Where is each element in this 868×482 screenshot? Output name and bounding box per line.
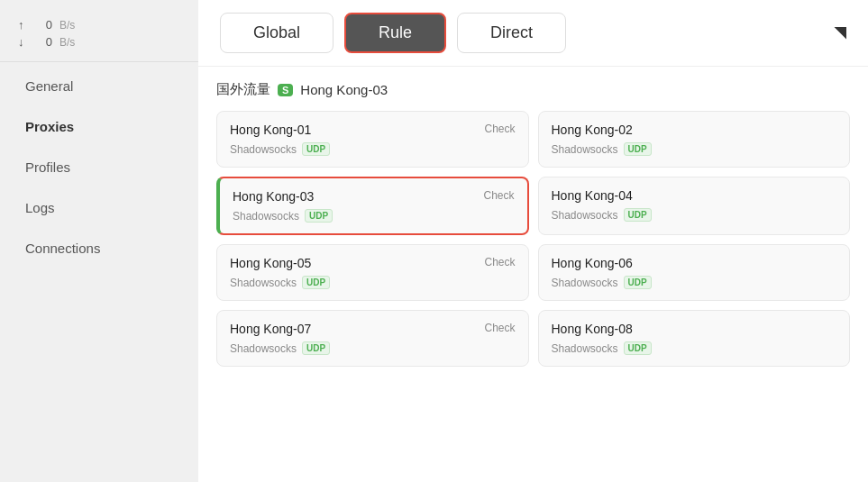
- proxy-name-hk07: Hong Kong-07: [230, 322, 311, 336]
- sidebar-divider: [0, 61, 198, 62]
- mode-tab-direct[interactable]: Direct: [457, 13, 566, 53]
- proxy-name-hk04: Hong Kong-04: [552, 188, 633, 203]
- proxy-name-hk01: Hong Kong-01: [230, 123, 311, 137]
- main-content: GlobalRuleDirect 国外流量 S Hong Kong-03 Hon…: [198, 0, 868, 482]
- sidebar-item-profiles[interactable]: Profiles: [7, 147, 191, 187]
- proxy-type-hk06: Shadowsocks: [552, 277, 618, 289]
- sidebar-nav: GeneralProxiesProfilesLogsConnections: [0, 66, 198, 268]
- check-button-hk05[interactable]: Check: [484, 256, 515, 268]
- proxy-type-hk03: Shadowsocks: [233, 210, 299, 223]
- proxy-name-hk05: Hong Kong-05: [230, 256, 311, 270]
- download-stat: ↓ 0 B/s: [18, 35, 180, 49]
- udp-badge-hk06: UDP: [624, 276, 652, 289]
- group-name-label: 国外流量: [216, 81, 270, 98]
- proxy-card-hk05[interactable]: Hong Kong-05CheckShadowsocksUDP: [216, 244, 529, 301]
- proxy-section: 国外流量 S Hong Kong-03 Hong Kong-01CheckSha…: [198, 67, 868, 482]
- udp-badge-hk01: UDP: [302, 142, 330, 156]
- proxy-grid: Hong Kong-01CheckShadowsocksUDPHong Kong…: [216, 111, 850, 367]
- group-type-badge: S: [278, 84, 293, 96]
- proxy-card-hk02[interactable]: Hong Kong-02ShadowsocksUDP: [538, 111, 851, 168]
- proxy-card-hk04[interactable]: Hong Kong-04ShadowsocksUDP: [538, 177, 851, 235]
- udp-badge-hk03: UDP: [305, 209, 333, 223]
- udp-badge-hk02: UDP: [624, 142, 652, 156]
- proxy-name-hk02: Hong Kong-02: [552, 123, 633, 137]
- download-value: 0: [34, 35, 52, 49]
- group-selected-proxy: Hong Kong-03: [300, 82, 388, 97]
- mode-tabs-container: GlobalRuleDirect: [220, 13, 566, 53]
- group-header: 国外流量 S Hong Kong-03: [216, 81, 850, 98]
- upload-arrow: ↑: [18, 18, 27, 32]
- proxy-card-hk01[interactable]: Hong Kong-01CheckShadowsocksUDP: [216, 111, 529, 168]
- proxy-type-hk02: Shadowsocks: [552, 143, 618, 156]
- stats-area: ↑ 0 B/s ↓ 0 B/s: [0, 9, 198, 61]
- udp-badge-hk07: UDP: [302, 341, 330, 355]
- download-unit: B/s: [59, 36, 75, 49]
- udp-badge-hk05: UDP: [302, 276, 330, 289]
- check-button-hk07[interactable]: Check: [484, 322, 515, 334]
- upload-value: 0: [34, 18, 52, 32]
- check-button-hk03[interactable]: Check: [483, 189, 514, 202]
- proxy-type-hk04: Shadowsocks: [552, 209, 618, 222]
- sidebar-item-connections[interactable]: Connections: [7, 228, 191, 268]
- proxy-type-hk01: Shadowsocks: [230, 143, 297, 156]
- udp-badge-hk08: UDP: [624, 341, 652, 355]
- check-button-hk01[interactable]: Check: [484, 123, 515, 135]
- proxy-name-hk03: Hong Kong-03: [233, 189, 314, 204]
- sidebar-item-proxies[interactable]: Proxies: [7, 106, 191, 147]
- proxy-type-hk05: Shadowsocks: [230, 277, 297, 289]
- corner-decoration: [834, 27, 846, 40]
- sidebar: ↑ 0 B/s ↓ 0 B/s GeneralProxiesProfilesLo…: [0, 0, 198, 482]
- upload-unit: B/s: [59, 19, 75, 32]
- proxy-type-hk08: Shadowsocks: [552, 342, 618, 355]
- udp-badge-hk04: UDP: [624, 208, 652, 222]
- mode-tab-global[interactable]: Global: [220, 13, 333, 53]
- proxy-card-hk08[interactable]: Hong Kong-08ShadowsocksUDP: [538, 310, 851, 367]
- proxy-name-hk08: Hong Kong-08: [552, 322, 633, 336]
- mode-tabs-bar: GlobalRuleDirect: [198, 0, 868, 67]
- mode-tab-rule[interactable]: Rule: [344, 13, 446, 53]
- proxy-name-hk06: Hong Kong-06: [552, 256, 633, 270]
- proxy-card-hk06[interactable]: Hong Kong-06ShadowsocksUDP: [538, 244, 851, 301]
- proxy-card-hk03[interactable]: Hong Kong-03CheckShadowsocksUDP: [216, 177, 529, 235]
- sidebar-item-logs[interactable]: Logs: [7, 187, 191, 228]
- upload-stat: ↑ 0 B/s: [18, 18, 180, 32]
- download-arrow: ↓: [18, 35, 27, 49]
- sidebar-item-general[interactable]: General: [7, 66, 191, 106]
- proxy-card-hk07[interactable]: Hong Kong-07CheckShadowsocksUDP: [216, 310, 529, 367]
- proxy-type-hk07: Shadowsocks: [230, 342, 297, 355]
